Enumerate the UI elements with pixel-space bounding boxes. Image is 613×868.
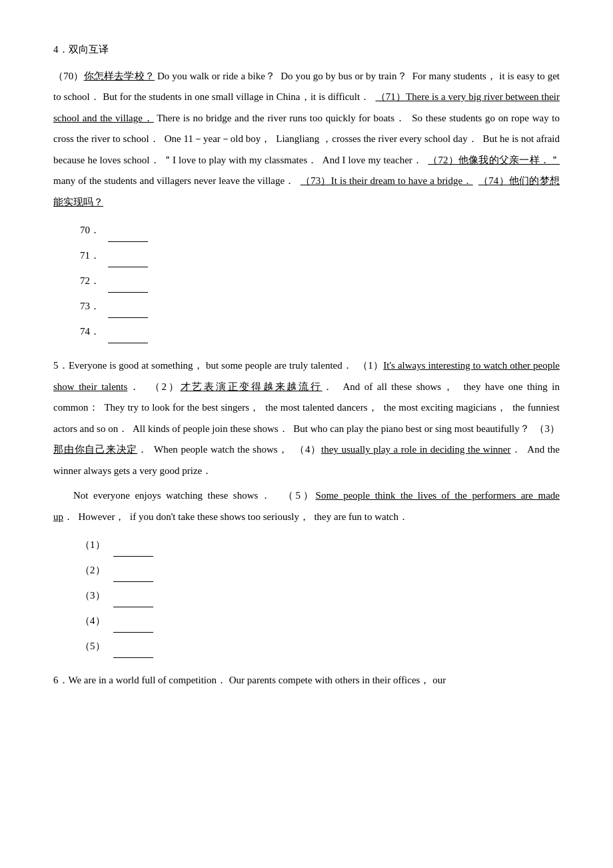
sentence-73: （73）It is their dream to have a bridge．	[301, 175, 473, 186]
answer-row-5-3: （3）	[80, 583, 560, 607]
sentence-71: （71）There is a very big river between th…	[53, 91, 560, 123]
sentence-5-3: 那由你自己来决定	[53, 444, 137, 455]
section-4-paragraph-1: （70）你怎样去学校？ Do you walk or ride a bike？ …	[53, 66, 560, 213]
section-5-answers: （1） （2） （3） （4） （5）	[80, 533, 560, 658]
section-4: 4．双向互译 （70）你怎样去学校？ Do you walk or ride a…	[53, 40, 560, 343]
section-5: 5．Everyone is good at something， but som…	[53, 355, 560, 658]
section-4-answers: 70． 71． 72． 73． 74．	[80, 218, 560, 343]
section-4-title: 4．双向互译	[53, 40, 560, 59]
answer-row-74: 74．	[80, 319, 560, 343]
answer-row-5-1: （1）	[80, 533, 560, 557]
section-6: 6．We are in a world full of competition．…	[53, 670, 560, 691]
answer-row-72: 72．	[80, 269, 560, 293]
sentence-72: （72）他像我的父亲一样．＂	[428, 155, 560, 165]
sentence-5-5: Some people think the lives of the perfo…	[53, 490, 560, 522]
answer-row-5-4: （4）	[80, 609, 560, 633]
section-6-paragraph-1: 6．We are in a world full of competition．…	[53, 670, 560, 691]
chinese-70: 你怎样去学校？	[84, 71, 155, 81]
answer-row-73: 73．	[80, 294, 560, 318]
answer-row-5-2: （2）	[80, 558, 560, 582]
section-5-paragraph-1: 5．Everyone is good at something， but som…	[53, 355, 560, 481]
answer-row-5-5: （5）	[80, 634, 560, 658]
sentence-5-4: they usually play a role in deciding the…	[321, 444, 510, 455]
section-5-paragraph-2: Not everyone enjoys watching these shows…	[53, 485, 560, 527]
answer-row-70: 70．	[80, 218, 560, 242]
sentence-5-2: 才艺表演正变得越来越流行	[181, 381, 322, 392]
answer-row-71: 71．	[80, 243, 560, 267]
